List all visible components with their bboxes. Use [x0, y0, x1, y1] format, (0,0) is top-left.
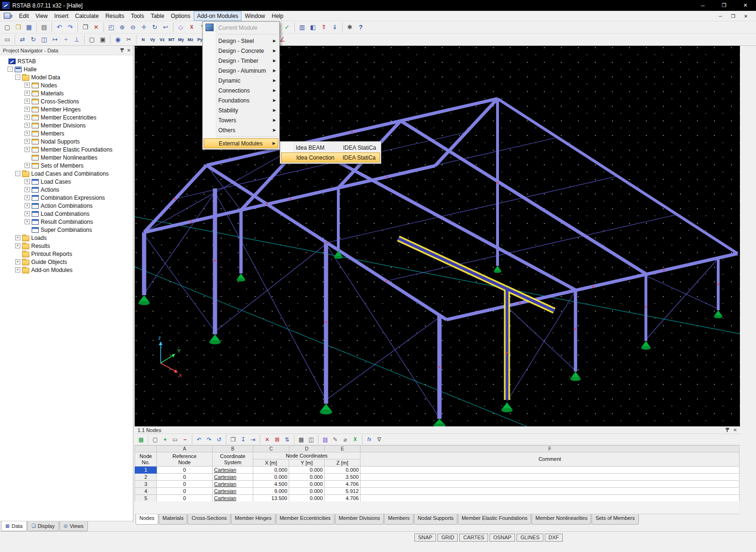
z-coordinate-cell[interactable]: 4.706 — [325, 495, 361, 502]
menu-addon-modules[interactable]: Add-on Modules — [194, 11, 241, 21]
split-table-button[interactable]: ◫ — [306, 435, 316, 444]
tree-item[interactable]: + Load Combinations — [0, 210, 133, 218]
tree-expander[interactable]: - — [8, 67, 13, 72]
minimize-button[interactable]: ─ — [692, 0, 713, 11]
column-letter[interactable]: C — [253, 446, 289, 452]
comment-cell[interactable] — [361, 481, 739, 488]
y-coordinate-cell[interactable]: 0.000 — [289, 495, 325, 502]
visibility-button[interactable]: ◉ — [112, 34, 123, 45]
row-header-cell[interactable]: 4 — [135, 488, 157, 495]
tree-item[interactable]: + Load Cases — [0, 178, 133, 186]
comment-cell[interactable] — [361, 474, 739, 481]
tree-expander[interactable]: + — [25, 139, 30, 144]
tree-expander[interactable]: + — [15, 243, 20, 248]
z-coordinate-cell[interactable]: 0.000 — [325, 467, 361, 474]
coordinate-system-cell[interactable]: Cartesian — [213, 474, 253, 481]
tree-item[interactable]: - Model Data — [0, 73, 133, 81]
coordinate-system-cell[interactable]: Cartesian — [213, 495, 253, 502]
tree-expander[interactable]: + — [15, 235, 20, 240]
tree-expander[interactable]: + — [15, 267, 20, 272]
tree-expander[interactable]: + — [25, 147, 30, 152]
status-toggle[interactable]: DXF — [545, 534, 563, 542]
menu-calculate[interactable]: Calculate — [72, 11, 102, 21]
toggle-mz-button[interactable]: Mz — [186, 34, 195, 45]
previous-view-button[interactable]: ↩ — [160, 22, 171, 33]
tree-item[interactable]: + Combination Expressions — [0, 194, 133, 202]
tree-expander[interactable]: + — [15, 259, 20, 264]
menu-help[interactable]: Help — [268, 11, 287, 21]
toggle-mt-button[interactable]: MT — [167, 34, 176, 45]
y-coordinate-cell[interactable]: 0.000 — [289, 467, 325, 474]
tree-expander[interactable]: + — [25, 211, 30, 216]
settings-button[interactable]: ✱ — [344, 22, 355, 33]
table-tab[interactable]: Nodal Supports — [414, 514, 457, 525]
menu-window[interactable]: Window — [241, 11, 268, 21]
menu-item-design-steel[interactable]: Design - Steel ▶ — [204, 36, 278, 46]
goto-graphic-button[interactable]: ▦ — [136, 435, 146, 444]
function-button[interactable]: fx — [364, 435, 374, 444]
select-all-button[interactable]: ▢ — [86, 34, 97, 45]
y-coordinate-cell[interactable]: 0.000 — [289, 481, 325, 488]
export-button[interactable]: ⇑ — [318, 22, 329, 33]
import-button[interactable]: ⇓ — [329, 22, 340, 33]
table-tab[interactable]: Members — [384, 514, 413, 525]
menu-item-others[interactable]: Others ▶ — [204, 125, 278, 135]
tree-item[interactable]: RSTAB — [0, 57, 133, 65]
reference-node-cell[interactable]: 0 — [157, 467, 213, 474]
column-letter[interactable]: D — [289, 446, 325, 452]
close-icon[interactable]: ✕ — [127, 48, 131, 53]
open-file-button[interactable]: ❒ — [13, 22, 24, 33]
zoom-in-button[interactable]: ⊕ — [117, 22, 128, 33]
row-header-cell[interactable]: 3 — [135, 481, 157, 488]
navigator-toggle-button[interactable]: ◧ — [308, 22, 318, 33]
tree-item[interactable]: + Nodes — [0, 81, 133, 89]
clip-button[interactable]: ✂ — [123, 34, 134, 45]
column-letter[interactable]: F — [361, 446, 739, 452]
tree-item[interactable]: - Load Cases and Combinations — [0, 170, 133, 178]
pin-icon[interactable] — [725, 428, 730, 433]
color-scale-button[interactable]: ▨ — [320, 435, 330, 444]
tree-item[interactable]: + Member Elastic Foundations — [0, 145, 133, 153]
tree-expander[interactable]: + — [25, 219, 30, 224]
tree-expander[interactable]: + — [25, 163, 30, 168]
table-grid-button[interactable]: ▦ — [296, 435, 306, 444]
column-letter[interactable]: E — [325, 446, 361, 452]
status-toggle[interactable]: GRID — [438, 534, 458, 542]
row-header-cell[interactable]: 5 — [135, 495, 157, 502]
units-button[interactable]: ⌀ — [340, 435, 350, 444]
check-model-button[interactable]: ✓ — [282, 22, 292, 33]
x-coordinate-cell[interactable]: 0.000 — [253, 467, 289, 474]
tree-item[interactable]: + Nodal Supports — [0, 137, 133, 145]
reference-node-cell[interactable]: 0 — [157, 495, 213, 502]
delete-all-button[interactable]: ✕ — [262, 435, 272, 444]
tree-item[interactable]: Printout Reports — [0, 250, 133, 258]
coordinate-system-cell[interactable]: Cartesian — [213, 467, 253, 474]
y-coordinate-cell[interactable]: 0.000 — [289, 488, 325, 495]
menu-options[interactable]: Options — [168, 11, 194, 21]
export-excel-button[interactable]: X — [350, 435, 360, 444]
row-header-cell[interactable]: 1 — [135, 467, 157, 474]
reference-node-cell[interactable]: 0 — [157, 474, 213, 481]
cut-row-button[interactable]: ⊠ — [272, 435, 282, 444]
table-tab[interactable]: Member Divisions — [335, 514, 384, 525]
table-tab[interactable]: Member Elastic Foundations — [458, 514, 531, 525]
rotate-view-button[interactable]: ↻ — [149, 22, 160, 33]
tree-item[interactable]: + Guide Objects — [0, 258, 133, 266]
menu-item-dynamic[interactable]: Dynamic ▶ — [204, 76, 278, 85]
reference-node-cell[interactable]: 0 — [157, 488, 213, 495]
column-letter[interactable]: B — [213, 446, 253, 452]
redo-button[interactable]: ↷ — [65, 22, 76, 33]
x-coordinate-cell[interactable]: 9.000 — [253, 488, 289, 495]
close-icon[interactable]: ✕ — [733, 428, 737, 433]
pan-button[interactable]: ✛ — [138, 22, 149, 33]
menu-view[interactable]: View — [32, 11, 51, 21]
coordinate-system-cell[interactable]: Cartesian — [213, 488, 253, 495]
edit-mode-button[interactable]: ▭ — [2, 34, 13, 45]
tree-expander[interactable]: + — [25, 195, 30, 200]
tree-expander[interactable]: + — [25, 203, 30, 208]
delete-button[interactable]: ✕ — [91, 22, 102, 33]
tree-expander[interactable]: + — [25, 91, 30, 96]
status-toggle[interactable]: SNAP — [414, 534, 436, 542]
tree-item[interactable]: + Result Combinations — [0, 218, 133, 226]
tree-item[interactable]: + Action Combinations — [0, 202, 133, 210]
